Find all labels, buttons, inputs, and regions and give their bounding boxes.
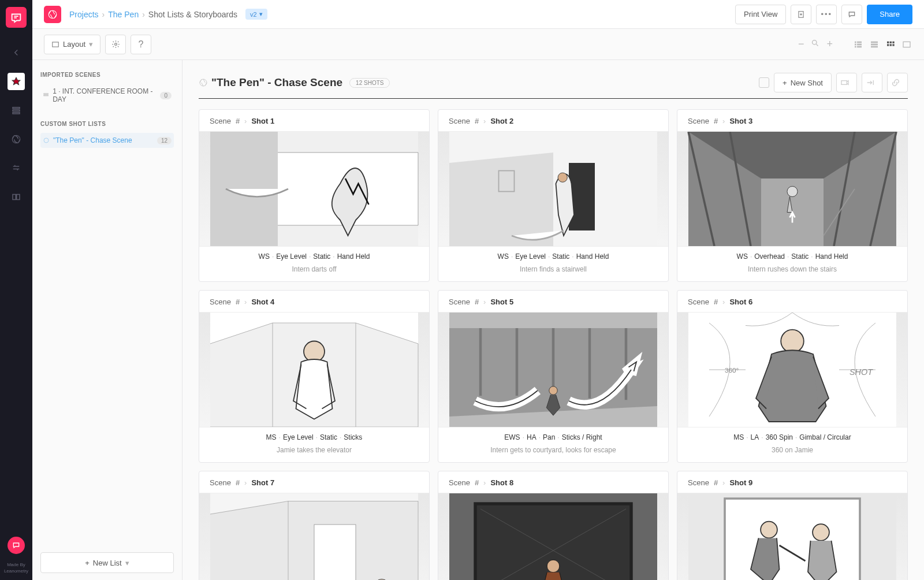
topbar: Projects › The Pen › Shot Lists & Storyb…: [32, 0, 924, 29]
rail-sliders-icon[interactable]: [8, 159, 25, 177]
shot-card[interactable]: Scene#›Shot 8: [438, 471, 669, 580]
shot-card-header: Scene#›Shot 1: [199, 110, 429, 131]
camera-button[interactable]: [836, 73, 857, 92]
version-selector[interactable]: v2 ▾: [245, 9, 267, 20]
sidebar-count-badge: 12: [157, 137, 172, 144]
sidebar-imported-scene[interactable]: 1 · INT. CONFERENCE ROOM - DAY 0: [40, 84, 174, 107]
zoom-in-icon[interactable]: +: [826, 38, 833, 50]
shot-card-header: Scene#›Shot 4: [199, 291, 429, 312]
shot-card-header: Scene#›Shot 7: [199, 471, 429, 493]
shot-thumbnail[interactable]: [677, 493, 907, 580]
layout-button[interactable]: Layout ▾: [44, 35, 100, 54]
select-all-checkbox[interactable]: [759, 77, 769, 88]
plus-icon: +: [85, 559, 90, 567]
shot-card[interactable]: Scene#›Shot 4 MS·Eye Level·Static·Sticks…: [199, 290, 430, 463]
chevron-down-icon: ▾: [89, 40, 93, 49]
project-badge-icon[interactable]: [44, 6, 61, 23]
view-rows-icon[interactable]: [869, 39, 880, 50]
rail-list-icon[interactable]: [8, 102, 25, 119]
svg-rect-19: [890, 41, 892, 43]
svg-rect-29: [841, 81, 847, 85]
svg-point-42: [781, 330, 804, 353]
svg-text:SHOT: SHOT: [850, 367, 873, 377]
view-list-icon[interactable]: [852, 39, 864, 50]
svg-point-8: [813, 40, 817, 45]
crumb-project[interactable]: The Pen: [108, 10, 139, 19]
shot-thumbnail[interactable]: SHOT360°: [677, 312, 907, 427]
svg-rect-21: [887, 44, 889, 46]
rail-back-icon[interactable]: [8, 44, 25, 61]
new-shot-button[interactable]: +New Shot: [774, 73, 832, 92]
shot-thumbnail[interactable]: [199, 312, 429, 427]
app-logo[interactable]: [6, 7, 27, 28]
comments-button[interactable]: [841, 5, 862, 24]
svg-rect-14: [857, 46, 862, 47]
plus-icon: +: [783, 79, 787, 87]
page-title: "The Pen" - Chase Scene: [211, 76, 342, 89]
sidebar-count-badge: 0: [160, 92, 172, 99]
shot-card[interactable]: Scene#›Shot 9: [677, 471, 908, 580]
svg-rect-26: [44, 95, 48, 96]
more-button[interactable]: •••: [816, 5, 837, 24]
shot-count-badge: 12 SHOTS: [349, 78, 390, 88]
svg-rect-10: [857, 41, 862, 43]
svg-rect-18: [887, 41, 889, 43]
zoom-search-icon[interactable]: [811, 38, 819, 50]
content-area: "The Pen" - Chase Scene 12 SHOTS +New Sh…: [182, 60, 924, 580]
crumb-projects[interactable]: Projects: [69, 10, 99, 19]
shot-card-header: Scene#›Shot 6: [677, 291, 907, 312]
rail-storyboard-icon[interactable]: [8, 73, 25, 90]
svg-rect-11: [855, 43, 856, 45]
shot-card[interactable]: Scene#›Shot 6 SHOT360° MS·LA·360 Spin·Gi…: [677, 290, 908, 463]
svg-point-36: [787, 187, 798, 197]
sidebar-imported-heading: IMPORTED SCENES: [40, 72, 174, 78]
shot-card[interactable]: Scene#›Shot 7: [199, 471, 430, 580]
shot-thumbnail[interactable]: [438, 493, 668, 580]
shot-description: Intern rushes down the stairs: [677, 263, 907, 281]
share-button[interactable]: Share: [867, 5, 912, 24]
shot-thumbnail[interactable]: [199, 131, 429, 247]
shot-tags: MS·LA·360 Spin·Gimbal / Circular: [677, 427, 907, 444]
shot-thumbnail[interactable]: [438, 131, 668, 247]
rail-book-icon[interactable]: [8, 188, 25, 206]
zoom-out-icon[interactable]: −: [798, 38, 804, 50]
shot-thumbnail[interactable]: [677, 131, 907, 247]
svg-rect-23: [892, 44, 894, 46]
download-button[interactable]: [791, 5, 811, 24]
shot-description: Intern finds a stairwell: [438, 263, 668, 281]
shot-card-header: Scene#›Shot 5: [438, 291, 668, 312]
view-grid-icon[interactable]: [885, 39, 896, 50]
shot-thumbnail[interactable]: [199, 493, 429, 580]
rail-chat-icon[interactable]: [8, 537, 25, 554]
svg-rect-0: [13, 107, 20, 109]
shot-description: Intern gets to courtyard, looks for esca…: [438, 444, 668, 462]
shot-card[interactable]: Scene#›Shot 2 WS·Eye Level·Static·Hand H…: [438, 109, 669, 282]
settings-button[interactable]: [105, 35, 126, 54]
shot-card[interactable]: Scene#›Shot 1 WS·Eye Level·Static·Hand H…: [199, 109, 430, 282]
svg-point-34: [558, 173, 567, 182]
svg-point-50: [547, 560, 560, 572]
rail-aperture-icon[interactable]: [8, 131, 25, 148]
shot-tags: MS·Eye Level·Static·Sticks: [199, 427, 429, 444]
scene-icon: [43, 92, 49, 99]
svg-rect-15: [871, 41, 878, 43]
shot-card[interactable]: Scene#›Shot 3 WS·Overhead·Static·Hand He…: [677, 109, 908, 282]
view-full-icon[interactable]: [901, 39, 912, 50]
new-list-button[interactable]: + New List ▾: [40, 552, 174, 573]
nav-rail: Made ByLeanometry: [0, 0, 32, 580]
help-button[interactable]: ?: [131, 35, 151, 54]
shot-tags: WS·Eye Level·Static·Hand Held: [438, 247, 668, 263]
svg-rect-25: [44, 94, 48, 94]
shot-card-header: Scene#›Shot 3: [677, 110, 907, 131]
print-view-button[interactable]: Print View: [735, 5, 786, 24]
chevron-right-icon: ›: [102, 10, 105, 19]
svg-text:360°: 360°: [725, 366, 739, 374]
shot-card[interactable]: Scene#›Shot 5 EWS·HA·Pan·Sticks / Right …: [438, 290, 669, 463]
sidebar-custom-list[interactable]: "The Pen" - Chase Scene 12: [40, 133, 174, 148]
sidebar-custom-heading: CUSTOM SHOT LISTS: [40, 121, 174, 127]
shot-thumbnail[interactable]: [438, 312, 668, 427]
link-button[interactable]: [887, 73, 908, 92]
shot-card-header: Scene#›Shot 2: [438, 110, 668, 131]
insert-button[interactable]: [862, 73, 882, 92]
shot-description: 360 on Jamie: [677, 444, 907, 462]
